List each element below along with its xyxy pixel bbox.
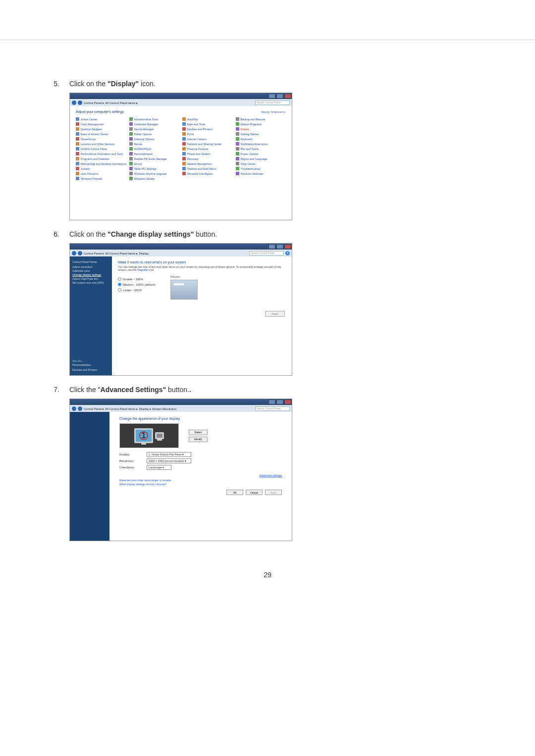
control-panel-item[interactable]: Credential Manager xyxy=(129,122,180,126)
magnifier-link[interactable]: Magnifier xyxy=(137,268,149,271)
control-panel-item[interactable]: Device Manager xyxy=(129,127,180,131)
control-panel-item[interactable]: Devices and Printers xyxy=(182,127,233,131)
resolution-dropdown[interactable]: 1920 × 1080 (recommended) ▾ xyxy=(147,458,191,463)
sidebar-link[interactable]: Personalization xyxy=(72,363,109,366)
control-panel-item[interactable]: Display xyxy=(236,127,286,131)
breadcrumb[interactable]: Control Panel▸All Control Panel Items▸Di… xyxy=(84,407,176,410)
control-panel-item[interactable]: Tablet PC Settings xyxy=(129,167,180,170)
close-button[interactable] xyxy=(284,244,291,249)
apply-button[interactable]: Apply xyxy=(265,311,285,317)
orientation-dropdown[interactable]: Landscape ▾ xyxy=(147,465,171,470)
breadcrumb[interactable]: Control Panel▸All Control Panel Items▸Di… xyxy=(84,252,149,255)
control-panel-item[interactable]: Windows Update xyxy=(129,177,180,180)
control-panel-item[interactable]: Windows Firewall xyxy=(76,177,126,180)
advanced-settings-link[interactable]: Advanced settings xyxy=(119,474,282,477)
back-button[interactable] xyxy=(72,251,76,255)
help-link-text-size[interactable]: Make text and other items larger or smal… xyxy=(119,479,282,482)
control-panel-item[interactable]: Parental Controls xyxy=(182,147,233,151)
minimize-button[interactable] xyxy=(268,244,275,249)
control-panel-item[interactable]: Sync Center xyxy=(236,162,286,165)
control-panel-item[interactable]: Internet Options xyxy=(182,137,233,141)
search-input[interactable]: Search Control Panel xyxy=(249,251,284,255)
maximize-button[interactable] xyxy=(276,244,283,249)
control-panel-item[interactable]: Location and Other Sensors xyxy=(76,142,126,146)
maximize-button[interactable] xyxy=(276,94,283,99)
control-panel-item[interactable]: Administrative Tools xyxy=(129,117,180,121)
control-panel-item[interactable]: Windows Defender xyxy=(236,172,286,175)
control-panel-item[interactable]: Windows Anytime Upgrade xyxy=(129,172,180,175)
search-input[interactable]: Search Control Panel xyxy=(255,101,290,105)
ok-button[interactable]: OK xyxy=(226,490,243,495)
search-input[interactable]: Search Control Panel xyxy=(255,406,290,411)
minimize-button[interactable] xyxy=(268,400,275,404)
control-panel-item[interactable]: AutoPlay xyxy=(182,117,233,121)
control-panel-item[interactable]: Mouse xyxy=(129,142,180,146)
control-panel-item[interactable]: Sound xyxy=(129,162,180,165)
monitor-2[interactable] xyxy=(155,432,164,439)
radio-input[interactable] xyxy=(118,288,121,292)
monitor-1[interactable]: 1 xyxy=(134,428,153,443)
size-radio-option[interactable]: Larger - 150% xyxy=(118,288,156,292)
control-panel-item[interactable]: Desktop Gadgets xyxy=(76,127,126,131)
maximize-button[interactable] xyxy=(276,400,283,404)
control-panel-item[interactable]: RemoteApp and Desktop Connections xyxy=(76,162,126,165)
control-panel-item[interactable]: Windows CardSpace xyxy=(182,172,233,175)
control-panel-item[interactable]: Ease of Access Center xyxy=(76,132,126,136)
radio-input[interactable] xyxy=(118,283,121,286)
view-by-dropdown[interactable]: View by: Small icons ▾ xyxy=(261,110,286,113)
cancel-button[interactable]: Cancel xyxy=(246,490,263,495)
control-panel-item[interactable]: Phone and Modem xyxy=(182,152,233,155)
control-panel-item[interactable]: Taskbar and Start Menu xyxy=(182,167,233,170)
control-panel-item[interactable]: Personalization xyxy=(129,152,180,155)
breadcrumb[interactable]: Control Panel▸All Control Panel Items▸ xyxy=(84,101,139,104)
control-panel-item[interactable]: Color Management xyxy=(76,122,126,126)
control-panel-item[interactable]: NVIDIA PhysX xyxy=(129,147,180,151)
control-panel-item[interactable]: Troubleshooting xyxy=(236,167,286,170)
back-button[interactable] xyxy=(72,101,76,105)
control-panel-item[interactable]: Notification Area Icons xyxy=(236,142,286,146)
sidebar-home[interactable]: Control Panel Home xyxy=(72,260,109,263)
control-panel-item[interactable]: Default Programs xyxy=(236,122,286,126)
identify-button[interactable]: Identify xyxy=(189,437,208,442)
control-panel-item[interactable]: Fonts xyxy=(182,132,233,136)
back-button[interactable] xyxy=(72,406,76,411)
control-panel-item[interactable]: Power Options xyxy=(236,152,286,155)
control-panel-item[interactable]: Region and Language xyxy=(236,157,286,160)
minimize-button[interactable] xyxy=(268,94,275,99)
control-panel-item[interactable]: Folder Options xyxy=(129,132,180,136)
sidebar-link[interactable]: Adjust ClearType text xyxy=(72,277,109,280)
control-panel-item[interactable]: Realtek HD Audio Manager xyxy=(129,157,180,160)
control-panel-item[interactable]: Programs and Features xyxy=(76,157,126,160)
control-panel-item[interactable]: Getting Started xyxy=(236,132,286,136)
control-panel-item[interactable]: Date and Time xyxy=(182,122,233,126)
control-panel-item[interactable]: Pen and Touch xyxy=(236,147,286,151)
forward-button[interactable] xyxy=(78,101,82,105)
size-radio-option[interactable]: Medium - 125% (default) xyxy=(118,283,156,286)
size-radio-option[interactable]: Smaller - 100% xyxy=(118,277,156,281)
sidebar-link[interactable]: Set custom text size (DPI) xyxy=(72,281,109,284)
sidebar-link[interactable]: Calibrate color xyxy=(72,269,109,272)
control-panel-item[interactable]: User Accounts xyxy=(76,172,126,175)
detect-button[interactable]: Detect xyxy=(189,430,208,435)
control-panel-item[interactable]: Indexing Options xyxy=(129,137,180,141)
display-dropdown[interactable]: 1. Nvidia Default Flat Panel ▾ xyxy=(147,452,191,457)
control-panel-item[interactable]: Performance Information and Tools xyxy=(76,152,126,155)
control-panel-item[interactable]: System xyxy=(76,167,126,170)
control-panel-item[interactable]: Speech Recognition xyxy=(182,162,233,165)
radio-input[interactable] xyxy=(118,277,121,281)
control-panel-item[interactable]: Keyboard xyxy=(236,137,286,141)
sidebar-link[interactable]: Adjust resolution xyxy=(72,265,109,268)
forward-button[interactable] xyxy=(78,251,82,255)
sidebar-link[interactable]: Change display settings xyxy=(72,273,109,276)
control-panel-item[interactable]: Recovery xyxy=(182,157,233,160)
help-icon[interactable]: ? xyxy=(285,251,290,255)
monitor-preview[interactable]: 1 xyxy=(119,423,179,448)
control-panel-item[interactable]: Network and Sharing Center xyxy=(182,142,233,146)
sidebar-link[interactable]: Devices and Printers xyxy=(72,368,109,371)
close-button[interactable] xyxy=(284,94,291,99)
control-panel-item[interactable]: Action Center xyxy=(76,117,126,121)
control-panel-item[interactable]: HomeGroup xyxy=(76,137,126,141)
apply-button[interactable]: Apply xyxy=(265,490,282,495)
help-link-which-settings[interactable]: What display settings should I choose? xyxy=(119,483,282,486)
forward-button[interactable] xyxy=(78,406,82,411)
